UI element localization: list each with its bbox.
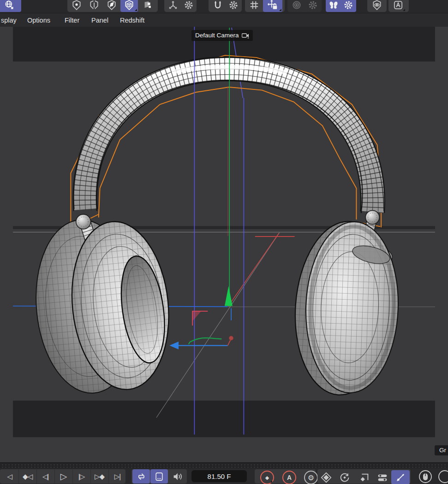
- camera-label[interactable]: Default Camera: [191, 30, 253, 41]
- key-parameter-button[interactable]: [375, 470, 390, 484]
- loop-playback-button[interactable]: [132, 469, 150, 484]
- viewport-bottom-band: [13, 401, 435, 437]
- play-button[interactable]: ▷: [54, 469, 73, 484]
- workplane-grid-icon[interactable]: [246, 0, 262, 12]
- key-scale-button[interactable]: [356, 470, 372, 484]
- quantize-target-icon-disabled: [289, 0, 305, 12]
- play-sound-frame-button[interactable]: [150, 469, 168, 484]
- key-position-button[interactable]: [318, 470, 334, 484]
- menu-redshift[interactable]: Redshift: [120, 13, 144, 27]
- display-mode-plane-button[interactable]: [104, 0, 119, 12]
- axis-modify-icon[interactable]: [165, 0, 181, 12]
- display-mode-split-button[interactable]: [86, 0, 102, 12]
- key-pla-button-active[interactable]: [391, 470, 410, 484]
- viewport-canvas: [0, 27, 448, 462]
- lock-workplane-icon[interactable]: [263, 0, 282, 12]
- record-keyframe-button[interactable]: ◆: [260, 471, 274, 484]
- quantize-gear-icon-disabled: [305, 0, 321, 12]
- key-filter-group: [317, 469, 411, 484]
- status-text: Gr: [435, 445, 448, 455]
- goto-start-button[interactable]: ◁: [0, 469, 19, 484]
- previous-frame-button[interactable]: ◁|: [36, 469, 55, 484]
- world-coordinates-icon[interactable]: [0, 0, 21, 12]
- keying-group: ◆ A ⚙: [255, 469, 316, 484]
- camera-icon: [242, 33, 249, 39]
- viewport-3d[interactable]: Default Camera Gr: [0, 27, 448, 462]
- display-mode-cube-button-active[interactable]: [120, 0, 138, 12]
- snap-settings-gear-icon[interactable]: [226, 0, 241, 12]
- menu-filter[interactable]: Filter: [65, 13, 79, 27]
- keyframe-settings-button[interactable]: ⚙: [304, 471, 318, 484]
- next-key-button[interactable]: ▷◆: [90, 469, 109, 484]
- left-hinge-ball: [76, 214, 91, 229]
- current-frame-field[interactable]: 81.50 F: [191, 470, 247, 482]
- top-toolbar: [0, 0, 448, 13]
- autokey-button[interactable]: A: [282, 471, 296, 484]
- viewport-solo-shield-eye-icon[interactable]: [369, 0, 385, 12]
- mouse-record-button[interactable]: [418, 469, 433, 484]
- symmetry-butterfly-icon[interactable]: [326, 0, 341, 12]
- key-rotation-button[interactable]: [337, 470, 352, 484]
- keyframe-diamond-icon: ◆: [265, 475, 269, 481]
- previous-key-button[interactable]: ◆◁: [18, 469, 37, 484]
- annotation-a-icon[interactable]: [390, 0, 406, 12]
- menu-options[interactable]: Options: [27, 13, 50, 27]
- sound-toggle-button[interactable]: [168, 469, 186, 484]
- axis-settings-gear-icon[interactable]: [181, 0, 197, 12]
- playback-group: ◁ ◆◁ ◁| ▷ |▷ ▷◆ ▷|: [0, 469, 125, 484]
- goto-end-button[interactable]: ▷|: [108, 469, 126, 484]
- viewport-menubar: splay Options Filter Panel Redshift: [0, 13, 448, 27]
- right-hinge-ball: [365, 211, 379, 224]
- next-frame-button[interactable]: |▷: [72, 469, 91, 484]
- menu-display-truncated[interactable]: splay: [1, 13, 17, 27]
- display-mode-dot-button[interactable]: [69, 0, 84, 12]
- display-mode-fragments-button[interactable]: [139, 0, 155, 12]
- mouse-record-secondary-button[interactable]: [437, 469, 448, 484]
- transport-bar: ◁ ◆◁ ◁| ▷ |▷ ▷◆ ▷|: [0, 468, 448, 484]
- timeline-ruler[interactable]: [0, 462, 448, 468]
- symmetry-gear-icon[interactable]: [340, 0, 356, 12]
- x-axis-handle[interactable]: [229, 336, 233, 340]
- snap-magnet-icon[interactable]: [210, 0, 226, 12]
- cinema4d-window: splay Options Filter Panel Redshift: [0, 0, 448, 484]
- camera-label-text: Default Camera: [195, 30, 239, 41]
- menu-panel[interactable]: Panel: [91, 13, 108, 27]
